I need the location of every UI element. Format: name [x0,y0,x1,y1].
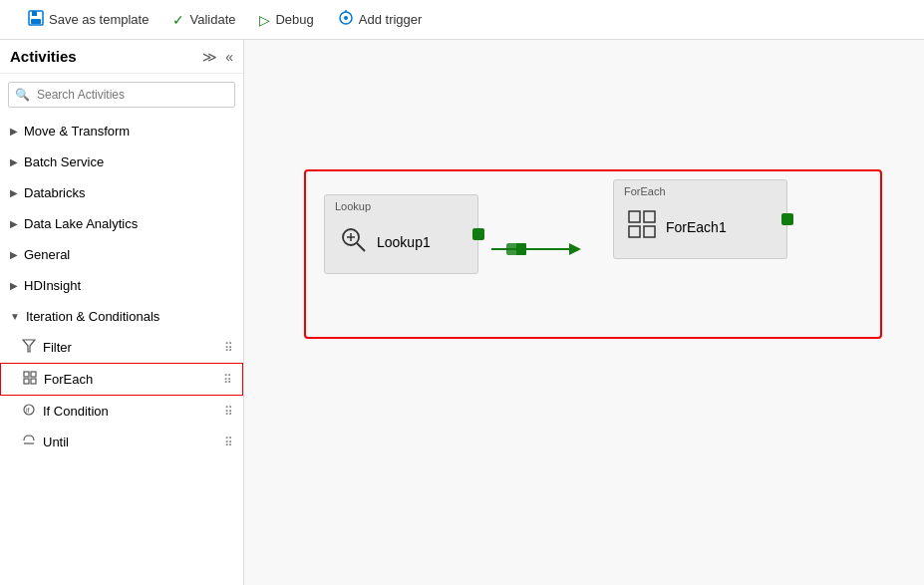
lookup-node-type: Lookup [325,195,477,215]
foreach-node-body: ForEach1 [614,200,786,258]
category-label: HDInsight [24,278,81,293]
drag-icon: ⠿ [224,341,233,355]
category-label: Data Lake Analytics [24,216,138,231]
category-label: Batch Service [24,154,104,169]
arrow-icon: ▶ [10,249,18,260]
drag-icon: ⠿ [223,373,232,387]
svg-rect-24 [644,226,655,237]
drag-icon: ⠿ [224,405,233,419]
sidebar-item-databricks[interactable]: ▶ Databricks [0,177,243,208]
foreach-icon [23,371,37,388]
arrow-icon: ▼ [10,311,20,322]
foreach-node-icon [628,210,656,244]
trigger-label: Add trigger [359,12,423,27]
add-trigger-button[interactable]: Add trigger [326,4,435,35]
arrow-icon: ▶ [10,156,18,167]
foreach-node-type: ForEach [614,180,786,200]
sidebar-header: Activities ≫ « [0,40,243,74]
activity-until[interactable]: Until ⠿ [0,427,243,457]
sidebar-item-data-lake[interactable]: ▶ Data Lake Analytics [0,208,243,239]
search-box: 🔍 [8,82,235,108]
foreach-label: ForEach1 [666,219,727,235]
save-icon [28,10,44,29]
sidebar: Activities ≫ « 🔍 ▶ Move & Transform ▶ Ba… [0,40,244,585]
category-label: Iteration & Conditionals [26,309,159,324]
arrow-icon: ▶ [10,280,18,291]
save-label: Save as template [49,12,149,27]
lookup-label: Lookup1 [377,234,431,250]
svg-rect-7 [24,372,29,377]
trigger-icon [338,10,354,29]
svg-rect-1 [32,11,37,16]
svg-line-15 [357,243,365,251]
search-input[interactable] [8,82,235,108]
debug-label: Debug [275,12,313,27]
svg-rect-9 [24,379,29,384]
activity-foreach[interactable]: ForEach ⠿ [0,363,243,396]
collapse2-icon[interactable]: « [225,49,233,65]
svg-point-4 [344,16,348,20]
foreach-node[interactable]: ForEach ForEach1 [613,179,787,259]
lookup-node-body: Lookup1 [325,215,477,273]
activity-filter[interactable]: Filter ⠿ [0,332,243,363]
arrow-icon: ▶ [10,187,18,198]
sidebar-item-batch-service[interactable]: ▶ Batch Service [0,146,243,177]
sidebar-item-iteration[interactable]: ▼ Iteration & Conditionals [0,301,243,332]
until-icon [22,434,36,450]
svg-text:if: if [26,407,30,414]
svg-rect-8 [31,372,36,377]
validate-button[interactable]: ✓ Validate [160,6,247,34]
category-label: Databricks [24,185,85,200]
drag-icon: ⠿ [224,436,233,449]
svg-rect-2 [31,19,41,24]
activity-item-left: if If Condition [22,403,109,420]
validate-icon: ✓ [172,12,184,28]
connector [491,234,591,267]
svg-rect-10 [31,379,36,384]
toolbar: Save as template ✓ Validate ▷ Debug Add … [0,0,924,40]
svg-rect-22 [644,211,655,222]
validate-label: Validate [189,12,235,27]
save-as-template-button[interactable]: Save as template [16,4,160,35]
until-label: Until [43,435,69,449]
sidebar-item-general[interactable]: ▶ General [0,239,243,270]
filter-icon [22,339,36,356]
svg-rect-21 [629,211,640,222]
lookup-icon [339,225,367,259]
activity-item-left: ForEach [23,371,93,388]
category-label: Move & Transform [24,124,130,139]
collapse-icon[interactable]: ≫ [202,49,217,65]
sidebar-item-move-transform[interactable]: ▶ Move & Transform [0,116,243,146]
sidebar-item-hdinsight[interactable]: ▶ HDInsight [0,270,243,301]
activity-ifcondition[interactable]: if If Condition ⠿ [0,396,243,427]
foreach-label: ForEach [44,372,93,387]
svg-marker-6 [23,340,35,352]
main-layout: Activities ≫ « 🔍 ▶ Move & Transform ▶ Ba… [0,40,924,585]
sidebar-header-icons: ≫ « [202,49,233,65]
svg-rect-23 [629,226,640,237]
lookup-right-port[interactable] [472,228,484,240]
svg-rect-20 [516,243,526,255]
activity-item-left: Until [22,434,69,450]
filter-label: Filter [43,340,72,355]
lookup-node[interactable]: Lookup Lookup1 [324,194,478,274]
debug-icon: ▷ [259,12,270,28]
arrow-icon: ▶ [10,126,18,137]
foreach-right-port[interactable] [781,213,793,225]
activity-item-left: Filter [22,339,72,356]
pipeline-canvas[interactable]: Lookup Lookup1 [244,40,924,585]
category-label: General [24,247,70,262]
ifcondition-label: If Condition [43,404,109,419]
ifcondition-icon: if [22,403,36,420]
sidebar-items: ▶ Move & Transform ▶ Batch Service ▶ Dat… [0,116,243,585]
search-icon: 🔍 [15,88,30,102]
debug-button[interactable]: ▷ Debug [247,6,325,34]
arrow-icon: ▶ [10,218,18,229]
sidebar-title: Activities [10,48,77,65]
